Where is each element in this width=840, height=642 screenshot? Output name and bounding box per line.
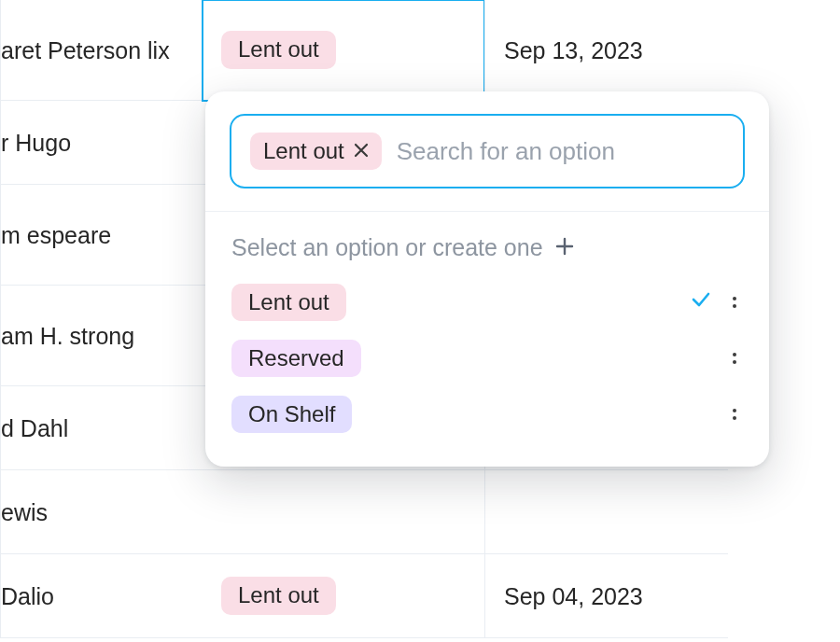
date-cell[interactable]: Sep 04, 2023 [484,554,728,638]
status-cell[interactable] [203,470,484,554]
option-hint: Select an option or create one [220,229,754,274]
check-icon [687,288,715,317]
option-chip: Lent out [231,284,346,321]
option-item[interactable]: On Shelf [220,386,754,442]
option-search-input[interactable] [395,136,724,167]
option-item[interactable]: Reserved [220,330,754,386]
cell-name: r Hugo [1,129,71,157]
option-more-icon[interactable] [726,351,743,366]
cell-name: ewis [1,498,48,526]
table-row[interactable]: am H. strong [0,286,203,386]
selected-chip-label: Lent out [263,138,344,164]
option-item[interactable]: Lent out [220,274,754,330]
cell-name: aret Peterson lix [1,36,170,64]
date-cell[interactable] [484,470,728,554]
status-cell-selected[interactable]: Lent out [203,0,484,101]
cell-name: m espeare [1,221,111,249]
option-chip: On Shelf [231,396,352,433]
table-row[interactable]: m espeare [0,185,203,286]
table-row[interactable]: aret Peterson lix [0,0,203,101]
table-row[interactable]: ewis [0,470,203,554]
create-option-icon[interactable] [554,236,575,260]
option-more-icon[interactable] [726,407,743,422]
status-cell[interactable]: Lent out [203,554,484,638]
column-name: aret Peterson lix r Hugo m espeare am H.… [0,0,203,638]
cell-date: Sep 13, 2023 [504,37,643,63]
table-row[interactable]: r Hugo [0,101,203,185]
option-searchbox[interactable]: Lent out [230,114,745,188]
cell-name: am H. strong [1,322,134,350]
cell-name: d Dahl [1,414,68,442]
remove-chip-icon[interactable] [354,141,369,161]
option-hint-text: Select an option or create one [231,234,543,261]
selected-chip[interactable]: Lent out [250,133,382,170]
date-cell[interactable]: Sep 13, 2023 [484,0,728,101]
status-chip: Lent out [221,31,336,69]
cell-name: Dalio [1,582,54,610]
status-chip: Lent out [221,577,336,615]
option-chip: Reserved [231,340,361,377]
table-row[interactable]: Dalio [0,554,203,638]
option-picker-panel: Lent out Select an option or create one … [205,91,769,467]
option-more-icon[interactable] [726,295,743,310]
cell-date: Sep 04, 2023 [504,583,643,609]
table-row[interactable]: d Dahl [0,386,203,470]
